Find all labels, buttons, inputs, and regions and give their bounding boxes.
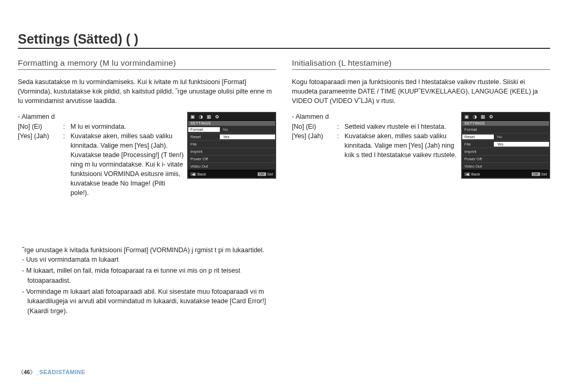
lcd-row: File Yes [462, 140, 549, 148]
lcd-row-label: Power Off [188, 157, 220, 161]
lcd-row-label: Imprint [188, 149, 220, 154]
settings-icon: ✿ [215, 115, 219, 119]
option-key: [No] (Ei) [18, 122, 60, 131]
back-icon: ◀ [464, 172, 470, 176]
lcd-row-value: Yes [220, 135, 275, 139]
display-icon: ▦ [207, 115, 211, 119]
submenu-title: - Alammen d [18, 112, 184, 121]
left-content-block: ▣ ◑ ▦ ✿ SETTINGS Format No Reset Yes [18, 112, 276, 198]
sound-icon: ◑ [473, 115, 477, 119]
submenu-title: - Alammen d [292, 112, 458, 121]
lcd-menu-list: Format No Reset Yes File Imprint [188, 126, 275, 170]
camera-icon: ▣ [190, 115, 195, 119]
camera-icon: ▣ [464, 115, 469, 119]
option-value: Kuvatakse aken, milles saab valiku kinni… [70, 131, 184, 198]
option-value: Setteid vaikev rtustele ei l htestata. [344, 122, 458, 131]
lcd-row: Imprint [462, 148, 549, 155]
lcd-row-value: No [220, 127, 275, 132]
right-intro-text: Kogu fotoaparaadi men ja funktsioonis tt… [292, 77, 550, 106]
lcd-top-icons: ▣ ◑ ▦ ✿ [462, 113, 549, 121]
lcd-banner: SETTINGS [188, 121, 275, 126]
lcd-row-label: Format [462, 127, 494, 132]
option-row: [No] (Ei) : Setteid vaikev rtustele ei l… [292, 122, 458, 131]
lcd-ok-group: OK Set [258, 172, 273, 177]
lcd-footer: ◀ Back OK Set [188, 170, 275, 178]
option-sep: : [63, 131, 67, 141]
lcd-row-label: File [188, 142, 220, 147]
lcd-row: Power Off [462, 155, 549, 162]
lcd-menu-list: Format Reset No File Yes Imprint [462, 126, 549, 170]
lcd-row: Video Out [462, 162, 549, 170]
left-notes-block: ˜rge unustage k ivitada funktsiooni [For… [18, 245, 276, 316]
option-row: [Yes] (Jah) : Kuvatakse aken, milles saa… [18, 131, 184, 198]
lcd-row: Imprint [188, 148, 275, 155]
lcd-row-label: Power Off [462, 157, 494, 161]
footer-section: _SEADISTAMINE [36, 369, 85, 375]
note-line: - Vormindage m lukaart alati fotoaparaad… [18, 287, 276, 316]
option-key: [Yes] (Jah) [18, 131, 60, 141]
manual-page: Settings (Sätted) ( ) Formatting a memor… [0, 0, 568, 392]
option-row: [Yes] (Jah) : Kuvatakse aken, milles saa… [292, 131, 458, 160]
left-intro-text: Seda kasutatakse m lu vormindamiseks. Ku… [18, 77, 276, 106]
two-column-layout: Formatting a memory (M lu vormindamine) … [18, 58, 550, 317]
lcd-row: File [188, 140, 275, 148]
lcd-ok-group: OK Set [532, 172, 547, 177]
left-section-heading: Formatting a memory (M lu vormindamine) [18, 58, 276, 70]
back-icon: ◀ [190, 172, 196, 176]
lcd-top-icons: ▣ ◑ ▦ ✿ [188, 113, 275, 121]
lcd-row-label: Video Out [462, 164, 494, 169]
lcd-row: Format No [188, 126, 275, 133]
page-bracket-close: 》 [30, 369, 36, 375]
lcd-row-value: No [494, 135, 549, 139]
lcd-back-group: ◀ Back [464, 172, 480, 177]
option-key: [No] (Ei) [292, 122, 334, 131]
notes-intro: ˜rge unustage k ivitada funktsiooni [For… [18, 245, 276, 255]
ok-icon: OK [258, 172, 266, 176]
settings-icon: ✿ [489, 115, 493, 119]
lcd-row: Power Off [188, 155, 275, 162]
lcd-row-label: Imprint [462, 149, 494, 154]
lcd-screenshot-format: ▣ ◑ ▦ ✿ SETTINGS Format No Reset Yes [187, 112, 276, 179]
option-sep: : [63, 122, 67, 131]
option-key: [Yes] (Jah) [292, 131, 334, 141]
note-line: - Uus vıi vormindamata m lukaart [18, 255, 276, 265]
lcd-screenshot-reset: ▣ ◑ ▦ ✿ SETTINGS Format Reset No [461, 112, 550, 179]
lcd-row-label: Reset [188, 135, 220, 139]
lcd-row: Reset Yes [188, 133, 275, 140]
ok-icon: OK [532, 172, 540, 176]
page-number: 46 [24, 369, 30, 375]
page-bracket-open: 《 [18, 369, 24, 375]
right-content-block: ▣ ◑ ▦ ✿ SETTINGS Format Reset No [292, 112, 550, 160]
note-line: - M lukaart, millel on fail, mida fotoap… [18, 266, 276, 286]
lcd-row: Video Out [188, 162, 275, 170]
lcd-back-group: ◀ Back [190, 172, 206, 177]
right-section-heading: Initialisation (L htestamine) [292, 58, 550, 70]
option-sep: : [337, 122, 341, 131]
page-title: Settings (Sätted) ( ) [18, 32, 550, 49]
lcd-row: Format [462, 126, 549, 133]
lcd-banner: SETTINGS [462, 121, 549, 126]
lcd-row-value: Yes [494, 142, 549, 147]
lcd-row-label: Video Out [188, 164, 220, 169]
sound-icon: ◑ [199, 115, 203, 119]
right-column: Initialisation (L htestamine) Kogu fotoa… [292, 58, 550, 317]
ok-label: Set [541, 172, 547, 177]
option-row: [No] (Ei) : M lu ei vormindata. [18, 122, 184, 131]
option-value: Kuvatakse aken, milles saab valiku kinni… [344, 131, 458, 160]
left-column: Formatting a memory (M lu vormindamine) … [18, 58, 276, 317]
back-label: Back [197, 172, 206, 177]
lcd-row-label: File [462, 142, 494, 147]
display-icon: ▦ [481, 115, 485, 119]
back-label: Back [471, 172, 480, 177]
ok-label: Set [267, 172, 273, 177]
lcd-row-label: Reset [462, 135, 494, 139]
option-sep: : [337, 131, 341, 141]
lcd-footer: ◀ Back OK Set [462, 170, 549, 178]
lcd-row-label: Format [188, 127, 220, 132]
lcd-row: Reset No [462, 133, 549, 140]
option-value: M lu ei vormindata. [70, 122, 184, 131]
page-footer: 《46》_SEADISTAMINE [18, 368, 85, 376]
